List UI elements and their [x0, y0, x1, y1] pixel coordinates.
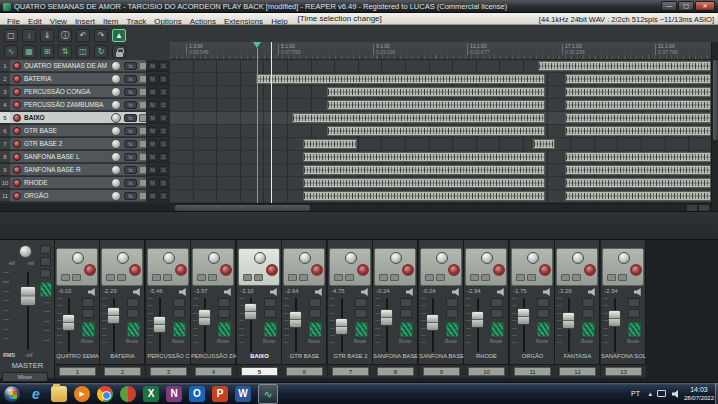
- minimize-button[interactable]: —: [661, 1, 677, 11]
- loop-points-icon[interactable]: ↻: [94, 45, 108, 58]
- solo-button[interactable]: S: [159, 179, 168, 187]
- env-button[interactable]: [572, 274, 581, 281]
- mixer-strip[interactable]: -0.24RouteSANFONA BASE8: [373, 240, 418, 378]
- track-header[interactable]: SANFONA BASE Rfx: [10, 164, 146, 176]
- mute-speaker-icon[interactable]: [270, 288, 279, 296]
- phase-button[interactable]: [446, 298, 458, 307]
- solo-button[interactable]: S: [159, 75, 168, 83]
- solo-button[interactable]: S: [159, 153, 168, 161]
- volume-fader[interactable]: [380, 309, 393, 326]
- strip-number-button[interactable]: 3: [150, 367, 187, 376]
- mute-button[interactable]: M: [148, 127, 157, 135]
- mute-speaker-icon[interactable]: [133, 288, 142, 296]
- monitor-button[interactable]: [400, 309, 412, 318]
- lock-icon[interactable]: [112, 45, 126, 58]
- horizontal-scrollbar[interactable]: [170, 203, 711, 211]
- volume-fader[interactable]: [62, 314, 75, 331]
- mute-button[interactable]: M: [148, 101, 157, 109]
- record-arm-button[interactable]: [448, 264, 460, 276]
- env-button[interactable]: [345, 274, 354, 281]
- audio-item[interactable]: [565, 126, 711, 136]
- undo-icon[interactable]: ↶: [76, 29, 90, 42]
- grid-settings-icon[interactable]: ⊞: [40, 45, 54, 58]
- record-arm-button[interactable]: [311, 264, 323, 276]
- mute-speaker-icon[interactable]: [179, 288, 188, 296]
- monitor-button[interactable]: [127, 309, 139, 318]
- track-panel-row[interactable]: 9SANFONA BASE RfxMS: [0, 164, 170, 177]
- track-volume-knob[interactable]: [111, 87, 121, 97]
- media-player-taskbar-icon[interactable]: ▶: [74, 386, 90, 402]
- volume-fader[interactable]: [289, 311, 302, 328]
- track-lane[interactable]: [170, 99, 711, 112]
- track-fx-button[interactable]: fx: [124, 192, 137, 200]
- solo-button[interactable]: S: [159, 140, 168, 148]
- io-button[interactable]: [425, 274, 434, 281]
- track-fx-button[interactable]: fx: [124, 62, 137, 70]
- clock[interactable]: 14:03 28/07/2022: [684, 386, 714, 402]
- fx-insert-button[interactable]: [491, 322, 504, 337]
- volume-readout[interactable]: -3.10: [240, 288, 254, 294]
- monitor-button[interactable]: [173, 309, 185, 318]
- internet-explorer-taskbar-icon[interactable]: e: [28, 386, 44, 402]
- record-arm-button[interactable]: [539, 264, 551, 276]
- track-panel-row[interactable]: 2BATERIAfxMS: [0, 73, 170, 86]
- strip-number-button[interactable]: 9: [423, 367, 460, 376]
- audio-item[interactable]: [565, 178, 711, 188]
- track-lane[interactable]: [170, 190, 711, 203]
- track-panel-row[interactable]: 7GTR BASE 2fxMS: [0, 138, 170, 151]
- fx-insert-button[interactable]: [173, 322, 186, 337]
- mute-button[interactable]: M: [148, 192, 157, 200]
- phase-button[interactable]: [218, 298, 230, 307]
- track-lane[interactable]: [170, 73, 711, 86]
- env-button[interactable]: [299, 274, 308, 281]
- media-explorer-icon[interactable]: ▦: [22, 45, 36, 58]
- track-lane[interactable]: [170, 86, 711, 99]
- track-volume-knob[interactable]: [111, 113, 121, 123]
- track-header[interactable]: GTR BASE 2fx: [10, 138, 146, 150]
- track-fx-button[interactable]: fx: [124, 88, 137, 96]
- mute-speaker-icon[interactable]: [588, 288, 597, 296]
- phase-button[interactable]: [491, 298, 503, 307]
- env-button[interactable]: [436, 274, 445, 281]
- record-arm-button[interactable]: [266, 264, 278, 276]
- record-arm-button[interactable]: [13, 192, 21, 200]
- track-volume-knob[interactable]: [111, 61, 121, 71]
- mixer-strip[interactable]: -3.29RouteFANTASIA12: [555, 240, 600, 378]
- strip-number-button[interactable]: 5: [241, 367, 278, 376]
- record-arm-button[interactable]: [13, 127, 21, 135]
- track-volume-knob[interactable]: [111, 139, 121, 149]
- chrome-taskbar-icon[interactable]: [97, 386, 113, 402]
- mixer-strip[interactable]: -1.75RouteORGÃO11: [510, 240, 555, 378]
- phase-button[interactable]: [400, 298, 412, 307]
- mute-button[interactable]: M: [148, 114, 157, 122]
- track-volume-knob[interactable]: [111, 165, 121, 175]
- record-arm-button[interactable]: [13, 179, 21, 187]
- mixer-strip[interactable]: -6.02RouteQUATRO SEMA1: [55, 240, 100, 378]
- phase-button[interactable]: [537, 298, 549, 307]
- mute-button[interactable]: M: [148, 62, 157, 70]
- track-fx-button[interactable]: fx: [124, 75, 137, 83]
- track-panel-row[interactable]: 11ORGÃOfxMS: [0, 190, 170, 203]
- fx-insert-button[interactable]: [127, 322, 140, 337]
- pan-knob[interactable]: [117, 252, 129, 264]
- solo-button[interactable]: S: [159, 101, 168, 109]
- volume-readout[interactable]: -2.34: [604, 288, 618, 294]
- timeline-ruler[interactable]: 1.3.000:00.9455.1.000:07.5599.1.000:15.1…: [170, 42, 711, 60]
- record-arm-button[interactable]: [13, 75, 21, 83]
- track-header[interactable]: PERCUSSÃO ZAMBUMBAfx: [10, 99, 146, 111]
- solo-button[interactable]: S: [159, 114, 168, 122]
- mute-button[interactable]: M: [148, 140, 157, 148]
- start-button[interactable]: [3, 385, 21, 403]
- track-lane[interactable]: [170, 151, 711, 164]
- volume-fader[interactable]: [608, 310, 621, 327]
- audio-item[interactable]: [565, 87, 711, 97]
- record-arm-button[interactable]: [129, 264, 141, 276]
- io-button[interactable]: [61, 274, 70, 281]
- monitor-button[interactable]: [491, 309, 503, 318]
- track-lane[interactable]: [170, 112, 711, 125]
- volume-readout[interactable]: -2.29: [103, 288, 117, 294]
- master-fx-button[interactable]: [40, 282, 52, 297]
- io-button[interactable]: [288, 274, 297, 281]
- audio-item[interactable]: [565, 165, 711, 175]
- track-lane[interactable]: [170, 164, 711, 177]
